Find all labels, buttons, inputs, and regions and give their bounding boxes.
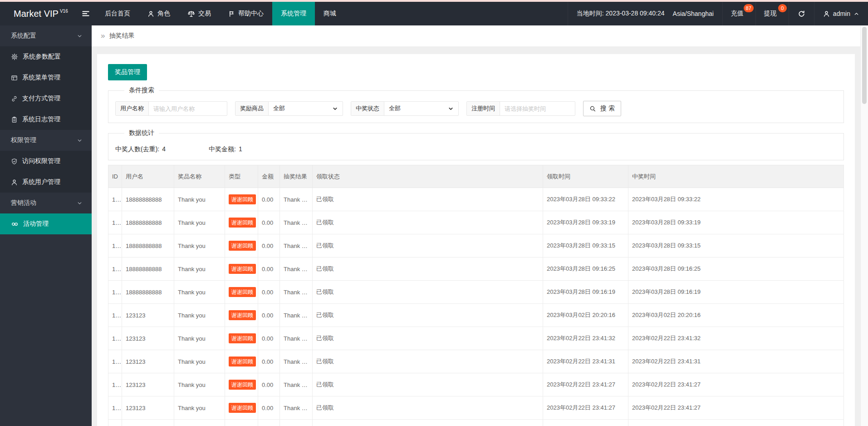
- hamburger-icon: [82, 10, 90, 18]
- local-time: 当地时间: 2023-03-28 09:40:24 Asia/Shanghai: [568, 2, 722, 25]
- sidebar-collapse-button[interactable]: [75, 2, 96, 25]
- table-row: 1...18888888888Thank you谢谢回顾0.00Thank yo…: [108, 211, 844, 234]
- cell-prize-name: Thank you: [174, 396, 225, 420]
- nav-item-label: 帮助中心: [238, 10, 264, 18]
- results-table-wrap: ID用户名奖品名称类型金额抽奖结果领取状态领取时间中奖时间 1...188888…: [108, 165, 844, 426]
- cell-id: 1...: [108, 234, 122, 258]
- table-row: 1...18888888888Thank you谢谢回顾0.00Thank yo…: [108, 188, 844, 211]
- search-fieldset: 条件搜索 用户名称 奖励商品 全部 中奖状态: [108, 86, 844, 123]
- cell-draw-result: Thank you: [280, 350, 313, 373]
- cell-claim-status: 已领取: [313, 258, 543, 281]
- column-header: ID: [108, 165, 122, 188]
- cell-claim-time: 2023年03月28日 09:33:19: [543, 211, 628, 234]
- nav-item-system-admin[interactable]: 系统管理: [272, 2, 315, 25]
- nav-item-home[interactable]: 后台首页: [96, 2, 139, 25]
- cell-id: 1...: [108, 373, 122, 396]
- table-row: 1...18888888888Thank you谢谢回顾0.00Thank yo…: [108, 258, 844, 281]
- cell-username: 123123: [122, 420, 174, 426]
- prize-select-group: 奖励商品 全部: [235, 101, 343, 116]
- user-menu[interactable]: admin: [814, 2, 868, 25]
- cell-amount: 0.00: [258, 304, 280, 327]
- column-header: 抽奖结果: [280, 165, 313, 188]
- cell-draw-result: Thank you: [280, 258, 313, 281]
- sidebar-group-marketing[interactable]: 营销活动: [0, 193, 92, 213]
- flag-icon: [228, 10, 235, 17]
- cell-claim-time: 2023年02月22日 23:41:27: [543, 396, 628, 420]
- scrollbar-thumb[interactable]: [862, 27, 867, 104]
- type-badge: 谢谢回顾: [229, 357, 256, 367]
- cell-draw-result: Thank you: [280, 420, 313, 426]
- prize-select-label: 奖励商品: [235, 102, 269, 115]
- refresh-button[interactable]: [789, 2, 814, 25]
- status-select[interactable]: 全部: [384, 102, 458, 115]
- sidebar-group-system-config[interactable]: 系统配置: [0, 25, 92, 46]
- cell-amount: 0.00: [258, 188, 280, 211]
- nav-item-roles[interactable]: 角色: [139, 2, 179, 25]
- draw-time-input[interactable]: [500, 102, 575, 115]
- table-body: 1...18888888888Thank you谢谢回顾0.00Thank yo…: [108, 188, 844, 426]
- recharge-button[interactable]: 充值 87: [722, 2, 755, 25]
- prize-select[interactable]: 全部: [269, 102, 343, 115]
- results-table: ID用户名奖品名称类型金额抽奖结果领取状态领取时间中奖时间 1...188888…: [108, 165, 844, 426]
- cell-type: 谢谢回顾: [225, 373, 258, 396]
- column-header: 金额: [258, 165, 280, 188]
- cell-type: 谢谢回顾: [225, 258, 258, 281]
- nav-item-trade[interactable]: 交易: [179, 2, 220, 25]
- search-button[interactable]: 搜 索: [583, 101, 621, 116]
- chevron-down-icon: [332, 106, 338, 112]
- sidebar-group-label: 系统配置: [11, 32, 36, 40]
- username-input[interactable]: [149, 102, 227, 115]
- person-icon: [11, 179, 18, 186]
- cell-prize-name: Thank you: [174, 281, 225, 304]
- table-row: 1...123123Thank you谢谢回顾0.00Thank you已领取2…: [108, 373, 844, 396]
- cell-amount: 0.00: [258, 281, 280, 304]
- cell-amount: 0.00: [258, 327, 280, 350]
- nav-item-label: 商城: [324, 10, 336, 18]
- withdraw-button[interactable]: 提现 0: [755, 2, 789, 25]
- cell-prize-name: Thank you: [174, 234, 225, 258]
- sidebar-item-access-permission[interactable]: 访问权限管理: [0, 151, 92, 172]
- stats-legend: 数据统计: [124, 129, 159, 137]
- cell-win-time: 2023年02月22日 23:41:24: [628, 420, 844, 426]
- breadcrumb-current: 抽奖结果: [109, 32, 134, 40]
- cell-amount: 0.00: [258, 373, 280, 396]
- status-select-label: 中奖状态: [351, 102, 384, 115]
- sidebar-group-permission[interactable]: 权限管理: [0, 130, 92, 151]
- cell-claim-status: 已领取: [313, 188, 543, 211]
- cell-id: 1...: [108, 396, 122, 420]
- sidebar-group-label: 权限管理: [11, 136, 36, 144]
- cell-prize-name: Thank you: [174, 188, 225, 211]
- sidebar-item-system-params[interactable]: 系统参数配置: [0, 46, 92, 67]
- cell-claim-status: 已领取: [313, 420, 543, 426]
- cell-username: 18888888888: [122, 258, 174, 281]
- username-label: 用户名称: [116, 102, 149, 115]
- sidebar-item-system-menu[interactable]: 系统菜单管理: [0, 67, 92, 88]
- cell-id: 1...: [108, 304, 122, 327]
- nav-item-mall[interactable]: 商城: [315, 2, 345, 25]
- cell-claim-status: 已领取: [313, 234, 543, 258]
- sidebar-item-payment-method[interactable]: 支付方式管理: [0, 88, 92, 109]
- cell-draw-result: Thank you: [280, 396, 313, 420]
- cell-amount: 0.00: [258, 258, 280, 281]
- vertical-scrollbar[interactable]: [860, 25, 868, 426]
- sidebar-nav: 系统配置系统参数配置系统菜单管理支付方式管理系统日志管理权限管理访问权限管理系统…: [0, 25, 92, 426]
- register-time-group: 注册时间: [466, 101, 575, 116]
- nav-item-help-center[interactable]: 帮助中心: [220, 2, 272, 25]
- cell-draw-result: Thank you: [280, 188, 313, 211]
- sidebar-item-system-user[interactable]: 系统用户管理: [0, 172, 92, 193]
- sidebar-item-activity-manage[interactable]: 活动管理: [0, 213, 92, 234]
- column-header: 领取时间: [543, 165, 628, 188]
- cell-draw-result: Thank you: [280, 373, 313, 396]
- prize-manage-button[interactable]: 奖品管理: [108, 64, 147, 80]
- app-logo-version: V16: [60, 9, 68, 14]
- cell-claim-time: 2023年03月28日 09:33:22: [543, 188, 628, 211]
- cell-amount: 0.00: [258, 350, 280, 373]
- link-icon: [11, 95, 18, 102]
- sidebar-item-label: 活动管理: [23, 220, 49, 228]
- prize-select-value: 全部: [273, 104, 285, 113]
- cell-claim-time: 2023年02月22日 23:41:27: [543, 373, 628, 396]
- sidebar-item-system-log[interactable]: 系统日志管理: [0, 109, 92, 130]
- sidebar-group-label: 营销活动: [11, 199, 36, 207]
- cell-username: 123123: [122, 327, 174, 350]
- sidebar-item-label: 支付方式管理: [22, 94, 60, 103]
